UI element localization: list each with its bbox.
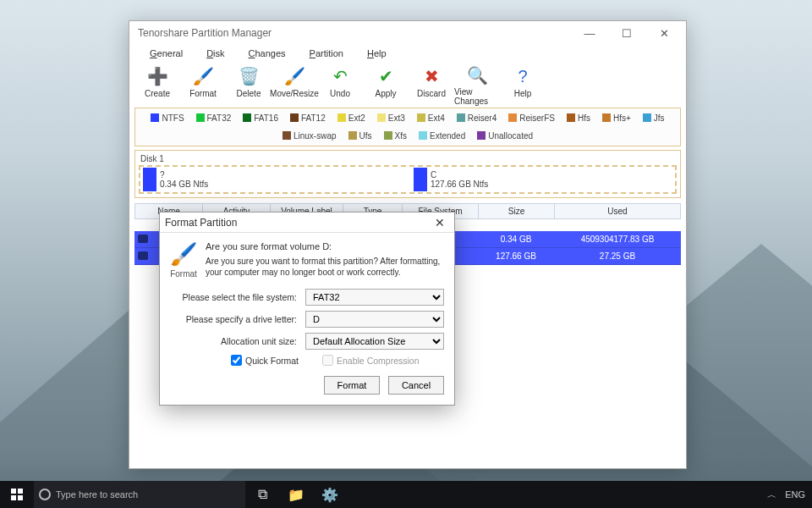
cortana-icon — [39, 489, 51, 500]
legend-item: FAT16 — [243, 113, 278, 123]
disk-bar: ?0.34 GB Ntfs C127.66 GB Ntfs — [139, 165, 677, 194]
dialog-icon: 🖌️ Format — [170, 241, 197, 279]
close-button[interactable]: ✕ — [645, 25, 683, 41]
filesystem-legend: NTFSFAT32FAT16FAT12Ext2Ext3Ext4Reiser4Re… — [134, 108, 681, 146]
menu-help[interactable]: Help — [367, 48, 387, 58]
help-icon: ? — [512, 65, 534, 87]
minimize-button[interactable]: — — [571, 25, 608, 41]
legend-item: FAT12 — [290, 113, 326, 123]
start-button[interactable] — [0, 489, 34, 500]
apply-button[interactable]: ✔Apply — [363, 64, 409, 106]
svg-rect-0 — [11, 489, 16, 494]
legend-item: Linux-swap — [283, 131, 337, 141]
enable-compression-checkbox[interactable]: Enable Compression — [322, 355, 419, 366]
fs-select[interactable]: FAT32 — [305, 289, 444, 306]
format-icon: 🖌️ — [170, 241, 197, 268]
quick-format-checkbox[interactable]: Quick Format — [231, 355, 299, 366]
legend-item: Ext3 — [377, 113, 405, 123]
task-view-button[interactable]: ⧉ — [245, 481, 279, 508]
menu-general[interactable]: General — [150, 48, 183, 58]
svg-rect-2 — [11, 495, 16, 500]
search-placeholder: Type here to search — [56, 489, 138, 500]
legend-item: Ufs — [348, 131, 372, 141]
menu-partition[interactable]: Partition — [310, 48, 343, 58]
disk-panel: Disk 1 ?0.34 GB Ntfs C127.66 GB Ntfs — [134, 150, 681, 198]
dialog-close-button[interactable]: ✕ — [431, 216, 449, 229]
dialog-titlebar: Format Partition ✕ — [160, 213, 454, 233]
help-button[interactable]: ?Help — [500, 64, 546, 106]
discard-icon: ✖ — [420, 65, 442, 87]
menu-disk[interactable]: Disk — [206, 48, 224, 58]
letter-label: Please specify a drive letter: — [170, 314, 305, 324]
dialog-format-button[interactable]: Format — [324, 376, 380, 395]
tray-chevron-icon[interactable]: ︿ — [767, 489, 776, 501]
dialog-warning: Are you sure you want to format this par… — [206, 257, 444, 278]
partition-0[interactable]: ?0.34 GB Ntfs — [140, 167, 411, 192]
create-icon: ➕ — [146, 65, 168, 87]
taskbar-app-1[interactable]: 📁 — [279, 481, 313, 508]
legend-item: Jfs — [643, 113, 665, 123]
legend-item: Reiser4 — [457, 113, 497, 123]
legend-item: Extended — [419, 131, 465, 141]
dialog-heading: Are you sure format volume D: — [206, 241, 444, 251]
delete-icon: 🗑️ — [238, 65, 260, 87]
move-icon: 🖌️ — [283, 65, 305, 87]
format-icon: 🖌️ — [192, 65, 214, 87]
menubar: General Disk Changes Partition Help — [129, 45, 686, 62]
system-tray: ︿ ENG — [767, 489, 812, 501]
dialog-title: Format Partition — [165, 217, 431, 229]
svg-rect-1 — [18, 489, 23, 494]
taskbar-search[interactable]: Type here to search — [34, 481, 245, 508]
undo-icon: ↶ — [329, 65, 351, 87]
menu-changes[interactable]: Changes — [249, 48, 286, 58]
titlebar: Tenorshare Partition Manager — ☐ ✕ — [129, 21, 686, 45]
legend-item: Ext4 — [417, 113, 445, 123]
legend-item: Ext2 — [337, 113, 365, 123]
taskbar-app-2[interactable]: ⚙️ — [313, 481, 347, 508]
window-title: Tenorshare Partition Manager — [133, 27, 571, 39]
alloc-select[interactable]: Default Allocation Size — [305, 333, 444, 350]
tray-lang[interactable]: ENG — [785, 489, 805, 500]
dialog-cancel-button[interactable]: Cancel — [388, 376, 444, 395]
legend-item: Xfs — [384, 131, 407, 141]
legend-item: FAT32 — [196, 113, 232, 123]
maximize-button[interactable]: ☐ — [608, 25, 645, 41]
windows-icon — [11, 489, 23, 500]
toolbar: ➕Create 🖌️Format 🗑️Delete 🖌️Move/Resize … — [129, 62, 686, 106]
format-dialog: Format Partition ✕ 🖌️ Format Are you sur… — [159, 212, 455, 406]
svg-rect-3 — [18, 495, 23, 500]
create-button[interactable]: ➕Create — [134, 64, 180, 106]
alloc-label: Allocation unit size: — [170, 336, 305, 346]
ntfs-block-icon — [143, 168, 156, 191]
discard-button[interactable]: ✖Discard — [409, 64, 454, 106]
legend-item: Hfs — [567, 113, 590, 123]
move-resize-button[interactable]: 🖌️Move/Resize — [272, 64, 317, 106]
letter-select[interactable]: D — [305, 311, 444, 328]
legend-item: ReiserFS — [508, 113, 555, 123]
undo-button[interactable]: ↶Undo — [317, 64, 363, 106]
legend-item: Hfs+ — [602, 113, 631, 123]
legend-item: NTFS — [151, 113, 184, 123]
view-icon: 🔍 — [466, 65, 488, 86]
delete-button[interactable]: 🗑️Delete — [226, 64, 272, 106]
partition-1[interactable]: C127.66 GB Ntfs — [411, 167, 675, 192]
disk-label: Disk 1 — [139, 152, 677, 165]
apply-icon: ✔ — [375, 65, 397, 87]
row-icon — [138, 235, 148, 243]
format-button[interactable]: 🖌️Format — [180, 64, 226, 106]
ntfs-block-icon — [414, 168, 427, 191]
row-icon — [138, 251, 148, 260]
taskbar: Type here to search ⧉ 📁 ⚙️ ︿ ENG — [0, 481, 812, 508]
view-changes-button[interactable]: 🔍View Changes — [454, 64, 500, 106]
fs-label: Please select the file system: — [170, 292, 305, 302]
legend-item: Unallocated — [477, 131, 533, 141]
